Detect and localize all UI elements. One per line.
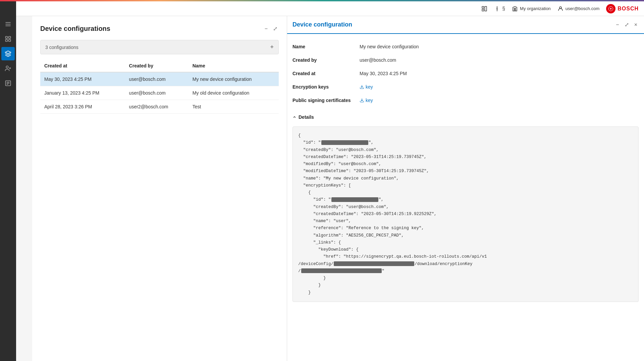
json-close-2: } [298,283,321,288]
json-created-by: "createdBy": "user@bosch.com", [298,148,379,152]
json-id-redacted [321,140,368,145]
expand-button[interactable]: ⤢ [272,24,279,33]
public-signing-label: Public signing certificates [292,93,360,106]
organization-icon [512,6,518,12]
json-enc-keys-open: "encryptionKeys": [ [298,183,351,188]
json-modified-dt: "modifiedDateTime": "2023-05-30T14:25:19… [298,169,429,173]
header: § § My organization user@bosch.com BOSCH [16,1,644,16]
table-row[interactable]: April 28, 2023 3:26 PMuser2@bosch.comTes… [40,100,279,114]
public-signing-value: key [360,93,639,106]
sidebar-item-users[interactable] [1,62,15,75]
json-key-download-open: "keyDownload": { [298,247,359,252]
add-config-button[interactable]: + [270,44,274,51]
details-label: Details [299,114,314,120]
json-href-start: "href": "https://signencrypt.qa.eu1.bosc… [298,254,487,259]
section-toggle[interactable]: § § [494,6,505,12]
chevron-up-icon [292,115,297,119]
json-enc-id-redacted [331,197,378,202]
json-links-open: "_links": { [298,240,341,245]
svg-rect-4 [9,37,11,39]
cell-created-by: user@bosch.com [125,86,189,100]
svg-text:§: § [496,7,498,10]
svg-rect-6 [9,40,11,42]
json-href-redacted [334,261,414,266]
name-value: My new device configuration [360,39,639,53]
download-icon [360,85,364,89]
encryption-keys-value: key [360,80,639,93]
created-by-value: user@bosch.com [360,53,639,66]
json-enc-name: "name": "user", [298,219,351,223]
download-icon-2 [360,98,364,103]
detail-grid: Name My new device configuration Created… [287,34,644,112]
config-count: 3 configurations [45,45,78,50]
right-expand-button[interactable]: ⤢ [623,20,630,29]
col-name: Name [189,60,279,72]
right-panel-title: Device configuration [292,21,352,28]
public-signing-download[interactable]: key [360,98,373,103]
json-enc-id-key: "id": " [298,197,331,202]
json-enc-created-dt: "createdDateTime": "2023-05-30T14:25:19.… [298,212,437,216]
json-enc-id-end: ", [379,197,384,202]
json-href-end: " [382,269,385,273]
details-section: Details { "id": " ", "createdBy": "user@… [287,112,644,307]
layout-toggle[interactable] [481,6,487,12]
right-close-button[interactable]: × [633,20,639,29]
json-href-path2: / [298,269,301,273]
bosch-logo-icon [606,4,615,13]
bosch-logo: BOSCH [606,4,639,13]
json-line-1: { [298,133,301,138]
encryption-key-download[interactable]: key [360,84,373,90]
section-icon: § [494,6,500,12]
user-nav[interactable]: user@bosch.com [557,6,599,12]
svg-rect-12 [482,6,484,8]
cell-created-at: January 13, 2023 4:25 PM [40,86,125,100]
cell-name: My old device configuration [189,86,279,100]
right-minimize-button[interactable]: − [614,20,620,29]
left-panel: Device configurations − ⤢ 3 configuratio… [32,16,287,361]
encryption-key-link-text: key [366,84,373,90]
config-table-body: May 30, 2023 4:25 PMuser@bosch.comMy new… [40,72,279,114]
config-count-bar: 3 configurations + [40,40,279,54]
top-gradient-bar [0,0,644,1]
svg-rect-3 [6,37,8,39]
col-created-by: Created by [125,60,189,72]
sidebar-item-menu[interactable] [1,17,15,31]
sidebar-item-dashboard[interactable] [1,32,15,46]
svg-rect-14 [482,9,484,11]
public-signing-link-text: key [366,98,373,103]
svg-rect-5 [6,40,8,42]
sidebar-item-reports[interactable] [1,76,15,90]
json-enc-reference: "reference": "Reference to the signing k… [298,226,424,230]
sidebar-item-devices[interactable] [1,47,15,60]
right-panel-controls: − ⤢ × [614,20,639,29]
created-by-label: Created by [292,53,360,66]
created-at-label: Created at [292,66,360,80]
table-header-row: Created at Created by Name [40,60,279,72]
table-row[interactable]: May 30, 2023 4:25 PMuser@bosch.comMy new… [40,72,279,86]
json-id-key: "id": " [298,140,321,145]
right-panel-header: Device configuration − ⤢ × [287,16,644,34]
json-close-1: } [298,276,326,280]
minimize-button[interactable]: − [263,24,269,33]
user-icon [557,6,564,12]
encryption-keys-label: Encryption keys [292,80,360,93]
cell-name: Test [189,100,279,114]
bosch-logo-text: BOSCH [618,6,639,12]
table-row[interactable]: January 13, 2023 4:25 PMuser@bosch.comMy… [40,86,279,100]
json-enc-created-by: "createdBy": "user@bosch.com", [298,205,389,209]
json-name: "name": "My new device configuration", [298,176,399,181]
left-panel-title: Device configurations [40,25,110,33]
cell-created-by: user2@bosch.com [125,100,189,114]
details-toggle[interactable]: Details [292,112,639,122]
cell-created-by: user@bosch.com [125,72,189,86]
left-panel-header: Device configurations − ⤢ [40,24,279,33]
json-modified-by: "modifiedBy": "user@bosch.com", [298,162,381,166]
right-panel: Device configuration − ⤢ × Name My new d… [287,16,644,361]
json-close-3: } [298,290,311,295]
main-content: Device configurations − ⤢ 3 configuratio… [32,16,644,361]
org-nav[interactable]: My organization [512,6,551,12]
cell-created-at: April 28, 2023 3:26 PM [40,100,125,114]
json-enc-algorithm: "algorithm": "AES256_CBC_PKCS7_PAD", [298,233,404,238]
json-href-path: /deviceConfig/ [298,262,333,266]
config-table: Created at Created by Name May 30, 2023 … [40,60,279,114]
